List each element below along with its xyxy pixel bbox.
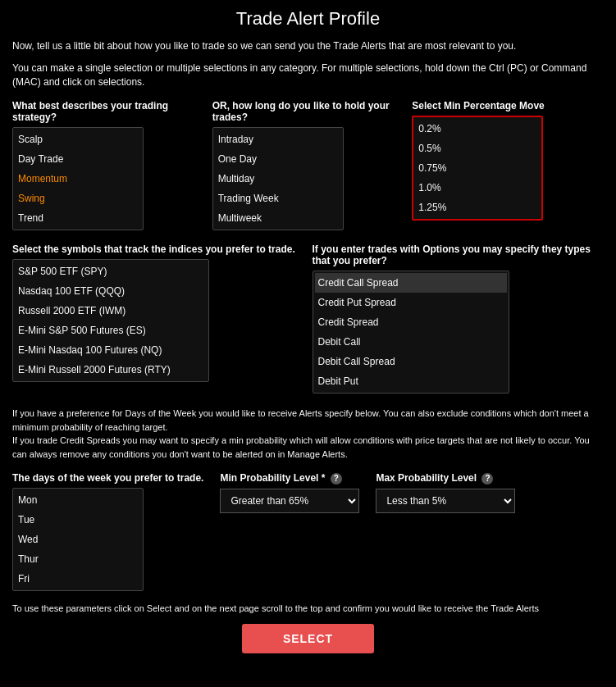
symbols-select[interactable]: S&P 500 ETF (SPY) Nasdaq 100 ETF (QQQ) R… xyxy=(12,259,209,382)
max-prob-item: Max Probability Level ? Less than 5% Les… xyxy=(376,472,515,513)
day-mon[interactable]: Mon xyxy=(15,490,141,510)
percentage-move-select[interactable]: 0.2% 0.5% 0.75% 1.0% 1.25% xyxy=(412,116,543,221)
pct-1.0[interactable]: 1.0% xyxy=(415,178,540,198)
percentage-move-label: Select Min Percentage Move xyxy=(412,100,604,111)
intro-text: Now, tell us a little bit about how you … xyxy=(12,39,604,53)
select-button-container: SELECT xyxy=(12,624,604,653)
holdtime-multiweek[interactable]: Multiweek xyxy=(215,208,341,228)
holdtime-intraday[interactable]: Intraday xyxy=(215,130,341,149)
probability-section: Min Probability Level * ? Greater than 6… xyxy=(220,472,515,513)
page-title: Trade Alert Profile xyxy=(12,8,604,30)
holdtime-oneday[interactable]: One Day xyxy=(215,149,341,169)
trading-strategy-select[interactable]: Scalp Day Trade Momentum Swing Trend xyxy=(12,127,144,230)
pct-0.2[interactable]: 0.2% xyxy=(415,119,540,139)
option-creditspread[interactable]: Credit Spread xyxy=(315,312,507,332)
symbol-rty[interactable]: E-Mini Russell 2000 Futures (RTY) xyxy=(15,360,207,380)
day-wed[interactable]: Wed xyxy=(15,530,141,549)
day-fri[interactable]: Fri xyxy=(15,569,141,589)
footer-text: To use these parameters click on Select … xyxy=(12,603,604,615)
trading-strategy-section: What best describes your trading strateg… xyxy=(12,100,204,230)
pct-1.25[interactable]: 1.25% xyxy=(415,198,540,217)
select-button[interactable]: SELECT xyxy=(242,624,374,653)
day-thur[interactable]: Thur xyxy=(15,549,141,569)
day-tue[interactable]: Tue xyxy=(15,510,141,530)
info-text-1: If you have a preference for Days of the… xyxy=(12,407,604,434)
min-prob-help-icon[interactable]: ? xyxy=(331,473,342,485)
info-section: If you have a preference for Days of the… xyxy=(12,407,604,461)
max-prob-help-icon[interactable]: ? xyxy=(481,473,493,485)
min-prob-select[interactable]: Greater than 65% Greater than 70% Greate… xyxy=(220,489,359,513)
symbols-label: Select the symbols that track the indice… xyxy=(12,243,304,255)
symbol-iwm[interactable]: Russell 2000 ETF (IWM) xyxy=(15,301,207,321)
options-type-section: If you enter trades with Options you may… xyxy=(313,243,605,394)
min-prob-item: Min Probability Level * ? Greater than 6… xyxy=(220,472,359,513)
hold-time-select[interactable]: Intraday One Day Multiday Trading Week M… xyxy=(212,127,344,230)
days-section: The days of the week you prefer to trade… xyxy=(12,472,203,591)
options-type-label: If you enter trades with Options you may… xyxy=(313,243,605,266)
strategy-trend[interactable]: Trend xyxy=(15,208,141,228)
hold-time-section: OR, how long do you like to hold your tr… xyxy=(212,100,404,230)
strategy-swing[interactable]: Swing xyxy=(15,189,141,208)
min-prob-label: Min Probability Level * ? xyxy=(220,472,359,485)
option-debitcallspread[interactable]: Debit Call Spread xyxy=(315,352,507,371)
holdtime-tradingweek[interactable]: Trading Week xyxy=(215,189,341,208)
hold-time-label: OR, how long do you like to hold your tr… xyxy=(212,100,404,123)
option-debitcall[interactable]: Debit Call xyxy=(315,332,507,352)
days-label: The days of the week you prefer to trade… xyxy=(12,472,203,484)
option-debitput[interactable]: Debit Put xyxy=(315,371,507,391)
symbol-es[interactable]: E-Mini S&P 500 Futures (ES) xyxy=(15,321,207,340)
options-type-select[interactable]: Credit Call Spread Credit Put Spread Cre… xyxy=(313,271,509,394)
holdtime-multiday[interactable]: Multiday xyxy=(215,169,341,189)
multi-select-instructions: You can make a single selection or multi… xyxy=(12,61,604,89)
strategy-momentum[interactable]: Momentum xyxy=(15,169,141,189)
max-prob-label: Max Probability Level ? xyxy=(376,472,515,485)
symbol-qqq[interactable]: Nasdaq 100 ETF (QQQ) xyxy=(15,281,207,301)
strategy-scalp[interactable]: Scalp xyxy=(15,130,141,149)
option-creditcallspread[interactable]: Credit Call Spread xyxy=(315,273,507,293)
pct-0.5[interactable]: 0.5% xyxy=(415,139,540,158)
days-select[interactable]: Mon Tue Wed Thur Fri xyxy=(12,488,144,591)
symbols-section: Select the symbols that track the indice… xyxy=(12,243,304,394)
strategy-daytrade[interactable]: Day Trade xyxy=(15,149,141,169)
trading-strategy-label: What best describes your trading strateg… xyxy=(12,100,204,123)
percentage-move-section: Select Min Percentage Move 0.2% 0.5% 0.7… xyxy=(412,100,604,230)
symbol-nq[interactable]: E-Mini Nasdaq 100 Futures (NQ) xyxy=(15,340,207,360)
symbol-spy[interactable]: S&P 500 ETF (SPY) xyxy=(15,262,207,281)
option-creditputspread[interactable]: Credit Put Spread xyxy=(315,293,507,312)
max-prob-select[interactable]: Less than 5% Less than 10% Less than 15% xyxy=(376,489,515,513)
info-text-2: If you trade Credit Spreads you may want… xyxy=(12,434,604,461)
pct-0.75[interactable]: 0.75% xyxy=(415,158,540,178)
